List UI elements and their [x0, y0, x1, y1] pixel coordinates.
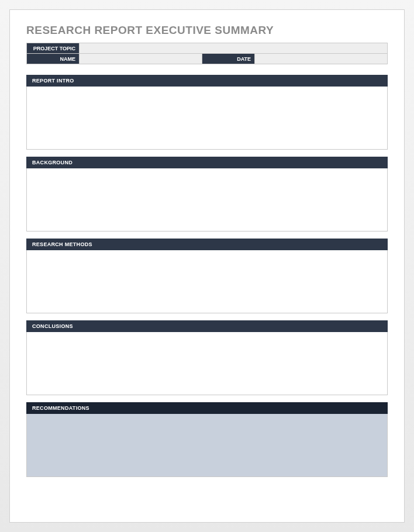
section-body-conclusions[interactable]	[26, 332, 388, 395]
project-topic-label: PROJECT TOPIC	[27, 43, 80, 54]
date-field[interactable]	[255, 54, 388, 64]
section-header-background: BACKGROUND	[26, 157, 388, 168]
section-body-report-intro[interactable]	[26, 87, 388, 150]
section-gap	[26, 150, 388, 157]
section-header-research-methods: RESEARCH METHODS	[26, 239, 388, 250]
section-header-conclusions: CONCLUSIONS	[26, 320, 388, 332]
section-body-background[interactable]	[26, 168, 388, 232]
section-gap	[26, 232, 388, 239]
page-title: RESEARCH REPORT EXECUTIVE SUMMARY	[26, 24, 388, 37]
project-topic-field[interactable]	[80, 43, 388, 54]
section-header-report-intro: REPORT INTRO	[26, 75, 388, 87]
section-body-research-methods[interactable]	[26, 250, 388, 313]
name-label: NAME	[27, 54, 80, 64]
section-background: BACKGROUND	[26, 157, 388, 232]
section-recommendations: RECOMMENDATIONS	[26, 402, 388, 477]
section-report-intro: REPORT INTRO	[26, 75, 388, 150]
section-body-recommendations[interactable]	[26, 414, 388, 477]
section-gap	[26, 395, 388, 402]
section-gap	[26, 313, 388, 320]
section-header-recommendations: RECOMMENDATIONS	[26, 402, 388, 414]
document-page: RESEARCH REPORT EXECUTIVE SUMMARY PROJEC…	[9, 9, 405, 523]
section-research-methods: RESEARCH METHODS	[26, 239, 388, 313]
date-label: DATE	[202, 54, 255, 64]
meta-table: PROJECT TOPIC NAME DATE	[26, 43, 388, 64]
section-conclusions: CONCLUSIONS	[26, 320, 388, 395]
name-field[interactable]	[80, 54, 202, 64]
